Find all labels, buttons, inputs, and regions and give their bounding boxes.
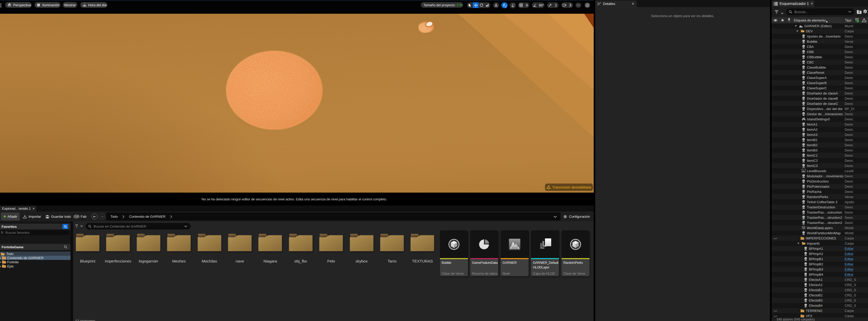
svg-text:FAB: FAB	[75, 216, 78, 217]
